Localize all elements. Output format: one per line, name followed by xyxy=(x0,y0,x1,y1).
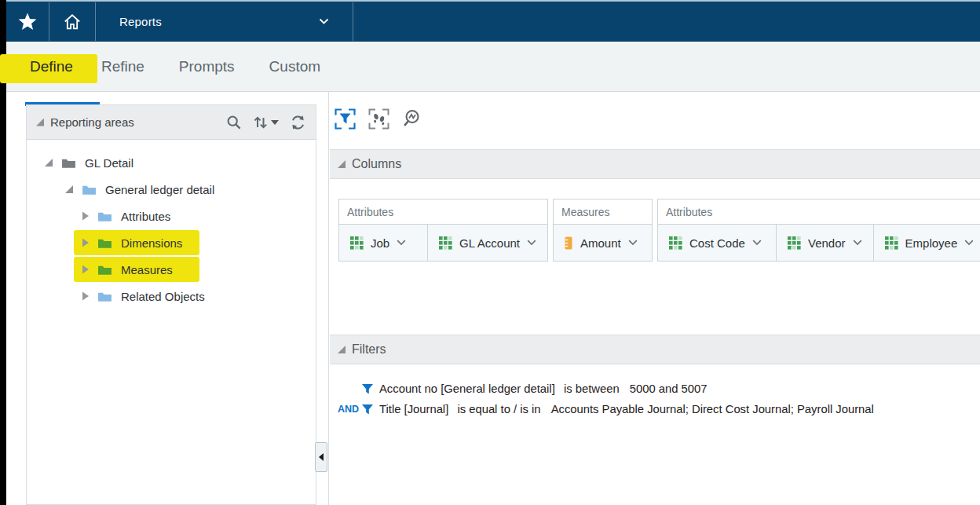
collapse-triangle-icon[interactable] xyxy=(36,119,44,126)
tab-custom-label: Custom xyxy=(269,58,320,75)
collapse-triangle-icon[interactable] xyxy=(338,346,346,353)
tree-item-label: Measures xyxy=(121,263,173,276)
filter-value[interactable]: 5000 and 5007 xyxy=(630,382,708,395)
panel-collapse-handle[interactable] xyxy=(315,442,327,472)
chip-label: Vendor xyxy=(808,236,846,250)
definition-toolbar xyxy=(335,108,423,130)
tab-prompts[interactable]: Prompts xyxy=(173,58,241,75)
home-icon xyxy=(62,12,82,32)
chevron-down-icon[interactable] xyxy=(964,240,974,246)
home-button[interactable] xyxy=(49,2,95,42)
favorites-button[interactable] xyxy=(6,2,49,42)
tree-item-general-ledger-detail[interactable]: General ledger detail xyxy=(27,176,316,203)
data-item-grid-icon xyxy=(669,236,682,250)
column-chip-vendor[interactable]: Vendor xyxy=(777,225,874,261)
columns-groups: Attributes Job xyxy=(338,199,980,262)
filter-row-account-no[interactable]: Account no [General ledger detail] is be… xyxy=(329,379,973,399)
collapsed-triangle-icon[interactable] xyxy=(82,212,89,221)
filter-operator[interactable]: is equal to / is in xyxy=(457,403,540,415)
group-header: Attributes xyxy=(658,199,980,225)
chip-label: Cost Code xyxy=(689,236,745,250)
filters-list: Account no [General ledger detail] is be… xyxy=(329,379,973,419)
tree-item-related-objects[interactable]: Related Objects xyxy=(27,283,316,309)
navigation-path-button[interactable] xyxy=(368,108,389,130)
chevron-down-icon[interactable] xyxy=(628,240,638,246)
panel-title: Reporting areas xyxy=(50,115,134,129)
column-chip-amount[interactable]: Amount xyxy=(554,225,652,261)
tab-refine[interactable]: Refine xyxy=(95,58,151,75)
sort-button[interactable] xyxy=(253,115,279,130)
data-item-grid-icon xyxy=(350,236,364,250)
filter-expression: Account no [General ledger detail] is be… xyxy=(379,382,708,395)
reports-menu-label: Reports xyxy=(119,15,162,28)
tabstrip: Define Refine Prompts Custom xyxy=(6,42,980,92)
filter-operator[interactable]: is between xyxy=(564,382,620,395)
column-group-attributes-1: Attributes Job xyxy=(338,199,548,262)
filter-funnel-icon xyxy=(361,383,374,395)
column-group-measures: Measures Amount xyxy=(553,199,653,262)
chevron-down-icon[interactable] xyxy=(752,240,762,246)
tab-prompts-label: Prompts xyxy=(179,58,235,75)
tree-item-attributes[interactable]: Attributes xyxy=(27,203,316,229)
chip-label: Amount xyxy=(580,236,621,250)
tree-item-label: Dimensions xyxy=(121,236,182,250)
data-item-grid-icon xyxy=(439,236,452,250)
collapsed-triangle-icon[interactable] xyxy=(82,239,89,247)
filter-value[interactable]: Accounts Payable Journal; Direct Cost Jo… xyxy=(551,403,874,415)
chip-label: GL Account xyxy=(459,236,520,250)
filter-funnel-icon xyxy=(361,404,374,415)
collapsed-triangle-icon[interactable] xyxy=(82,292,89,301)
filter-conjunction: AND xyxy=(329,404,359,415)
reporting-areas-tree: GL Detail General ledger detail Attribut… xyxy=(27,140,316,309)
tab-define-label: Define xyxy=(30,58,73,75)
chevron-down-icon[interactable] xyxy=(853,240,862,246)
tree-item-dimensions[interactable]: Dimensions xyxy=(27,229,316,256)
chevron-down-icon[interactable] xyxy=(527,240,536,246)
column-chip-gl-account[interactable]: GL Account xyxy=(428,225,547,261)
filter-field[interactable]: Account no [General ledger detail] xyxy=(379,382,555,395)
chevron-down-icon xyxy=(319,18,329,25)
topbar-divider xyxy=(353,2,353,41)
filter-row-title-journal[interactable]: AND Title [Journal] is equal to / is in … xyxy=(329,399,973,419)
refresh-icon xyxy=(290,115,306,130)
filter-expression: Title [Journal] is equal to / is in Acco… xyxy=(379,403,874,415)
columns-title: Columns xyxy=(352,157,401,171)
reporting-areas-panel: Reporting areas xyxy=(26,104,316,505)
footprints-icon xyxy=(368,108,389,130)
chevron-down-icon[interactable] xyxy=(397,240,406,246)
column-group-attributes-2: Attributes Cost Code xyxy=(657,199,980,262)
column-chip-employee[interactable]: Employee xyxy=(874,225,980,261)
search-zone-button[interactable] xyxy=(402,108,423,130)
tree-item-label: Related Objects xyxy=(121,290,205,303)
filter-field[interactable]: Title [Journal] xyxy=(379,403,448,415)
tab-custom[interactable]: Custom xyxy=(263,58,327,75)
expand-triangle-icon[interactable] xyxy=(45,159,53,167)
columns-section-header[interactable]: Columns xyxy=(330,149,980,179)
group-header: Measures xyxy=(554,199,652,225)
zoom-chart-icon xyxy=(402,108,423,130)
reports-menu[interactable]: Reports xyxy=(96,2,353,42)
expand-triangle-icon[interactable] xyxy=(65,185,73,193)
folder-icon xyxy=(97,210,112,222)
refresh-button[interactable] xyxy=(290,115,306,130)
column-chip-job[interactable]: Job xyxy=(339,225,428,261)
group-header: Attributes xyxy=(339,199,547,225)
tab-define[interactable]: Define xyxy=(24,58,79,75)
filter-view-button[interactable] xyxy=(335,108,356,130)
column-chip-cost-code[interactable]: Cost Code xyxy=(658,225,777,261)
filters-title: Filters xyxy=(352,342,386,357)
filters-section-header[interactable]: Filters xyxy=(330,335,980,364)
topbar: Reports xyxy=(6,0,980,42)
tree-item-label: General ledger detail xyxy=(105,183,214,196)
search-button[interactable] xyxy=(226,115,242,130)
folder-icon xyxy=(97,291,112,302)
collapsed-triangle-icon[interactable] xyxy=(82,265,89,274)
tree-item-gl-detail[interactable]: GL Detail xyxy=(27,149,316,176)
tree-item-measures[interactable]: Measures xyxy=(27,256,316,283)
search-icon xyxy=(226,115,242,130)
measure-ruler-icon xyxy=(565,236,573,250)
tab-refine-label: Refine xyxy=(101,58,144,75)
report-definition-panel: Columns Attributes Job xyxy=(328,92,980,505)
folder-icon xyxy=(61,157,76,169)
collapse-triangle-icon[interactable] xyxy=(338,160,346,168)
